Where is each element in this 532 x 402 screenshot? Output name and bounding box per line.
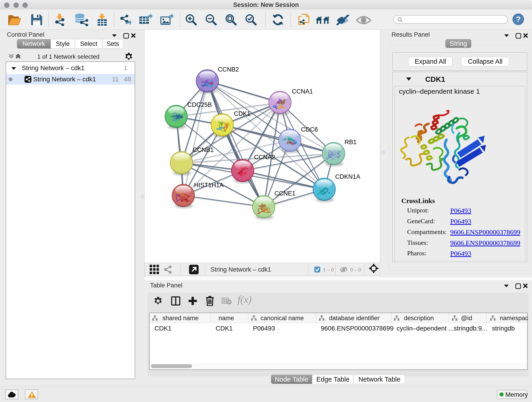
svg-text:CDK1: CDK1 xyxy=(234,110,250,117)
svg-text:CCNA1: CCNA1 xyxy=(292,88,313,95)
svg-text:CDC25B: CDC25B xyxy=(187,101,212,108)
svg-text:CDC6: CDC6 xyxy=(301,126,318,133)
svg-text:CDKN1A: CDKN1A xyxy=(335,173,360,180)
svg-text:HIST1H1A: HIST1H1A xyxy=(194,182,224,189)
svg-text:CCNE1: CCNE1 xyxy=(274,190,296,197)
svg-text:CCNA2: CCNA2 xyxy=(254,154,275,161)
svg-text:CCNB1: CCNB1 xyxy=(193,147,214,153)
svg-text:?: ? xyxy=(516,15,521,23)
svg-text:CCNB2: CCNB2 xyxy=(218,66,239,73)
svg-text:RB1: RB1 xyxy=(345,139,357,146)
